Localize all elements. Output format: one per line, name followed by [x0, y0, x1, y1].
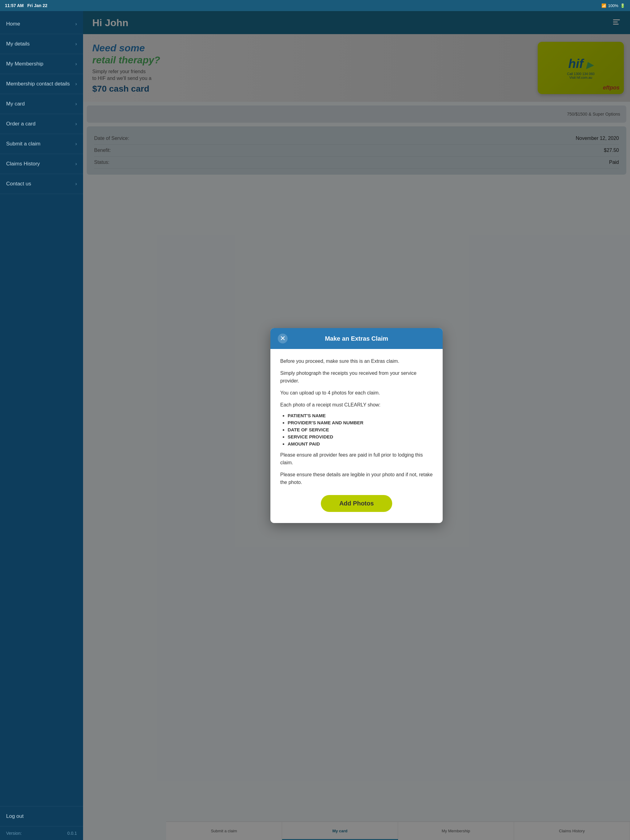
- chevron-right-icon: ›: [75, 61, 77, 67]
- app-container: Home › My details › My Membership › Memb…: [0, 11, 630, 840]
- modal-para-6: Please ensure these details are legible …: [280, 471, 433, 486]
- chevron-right-icon: ›: [75, 41, 77, 47]
- sidebar-item-my-details[interactable]: My details ›: [0, 34, 83, 54]
- sidebar-item-order-a-card[interactable]: Order a card ›: [0, 114, 83, 134]
- status-time: 11:57 AM Fri Jan 22: [5, 3, 47, 8]
- sidebar-item-contact-us[interactable]: Contact us ›: [0, 174, 83, 194]
- status-right: 📶 100% 🔋: [602, 3, 625, 8]
- modal-para-2: Simply photograph the receipts you recei…: [280, 369, 433, 385]
- add-photos-button[interactable]: Add Photos: [321, 495, 392, 512]
- sidebar-item-membership-contact-details[interactable]: Membership contact details ›: [0, 74, 83, 94]
- modal-list-item-1: PATIENT'S NAME: [288, 413, 433, 418]
- sidebar-item-label: Membership contact details: [6, 81, 70, 87]
- chevron-right-icon: ›: [75, 181, 77, 186]
- chevron-right-icon: ›: [75, 101, 77, 107]
- sidebar-item-my-membership[interactable]: My Membership ›: [0, 54, 83, 74]
- sidebar-item-label: My card: [6, 101, 25, 107]
- modal-para-5: Please ensure all provider fees are paid…: [280, 452, 433, 467]
- version-label: Version:: [6, 831, 22, 836]
- sidebar-item-home[interactable]: Home ›: [0, 14, 83, 34]
- chevron-right-icon: ›: [75, 81, 77, 87]
- modal-list-item-3: DATE OF SERVICE: [288, 427, 433, 432]
- sidebar-item-label: Submit a claim: [6, 141, 40, 147]
- status-bar: 11:57 AM Fri Jan 22 📶 100% 🔋: [0, 0, 630, 11]
- main-content: Hi John Need some retail therapy? Simply…: [83, 11, 630, 840]
- modal-title: Make an Extras Claim: [288, 335, 426, 342]
- modal-body: Before you proceed, make sure this is an…: [271, 349, 443, 523]
- sidebar-version: Version: 0.0.1: [0, 826, 83, 840]
- battery-label: 100%: [608, 3, 618, 8]
- sidebar: Home › My details › My Membership › Memb…: [0, 11, 83, 840]
- sidebar-item-label: Contact us: [6, 181, 31, 187]
- sidebar-nav: Home › My details › My Membership › Memb…: [0, 11, 83, 806]
- modal-header: ✕ Make an Extras Claim: [271, 328, 443, 349]
- battery-icon: 🔋: [620, 3, 625, 8]
- chevron-right-icon: ›: [75, 21, 77, 27]
- modal-para-1: Before you proceed, make sure this is an…: [280, 358, 433, 365]
- sidebar-logout-button[interactable]: Log out: [0, 806, 83, 826]
- sidebar-item-my-card[interactable]: My card ›: [0, 94, 83, 114]
- extras-claim-modal: ✕ Make an Extras Claim Before you procee…: [271, 328, 443, 523]
- modal-list-item-4: SERVICE PROVIDED: [288, 434, 433, 439]
- modal-list-item-2: PROVIDER'S NAME AND NUMBER: [288, 420, 433, 425]
- sidebar-item-label: My Membership: [6, 61, 43, 67]
- version-number: 0.0.1: [67, 831, 77, 836]
- sidebar-item-label: Claims History: [6, 161, 40, 167]
- chevron-right-icon: ›: [75, 161, 77, 167]
- chevron-right-icon: ›: [75, 121, 77, 127]
- sidebar-item-label: Home: [6, 21, 20, 27]
- modal-para-4: Each photo of a receipt must CLEARLY sho…: [280, 401, 433, 409]
- sidebar-item-submit-a-claim[interactable]: Submit a claim ›: [0, 134, 83, 154]
- sidebar-item-label: Order a card: [6, 121, 35, 127]
- modal-list-item-5: AMOUNT PAID: [288, 441, 433, 447]
- modal-close-button[interactable]: ✕: [278, 333, 288, 343]
- sidebar-item-label: My details: [6, 41, 30, 47]
- modal-overlay[interactable]: ✕ Make an Extras Claim Before you procee…: [83, 11, 630, 840]
- chevron-right-icon: ›: [75, 141, 77, 147]
- modal-requirements-list: PATIENT'S NAME PROVIDER'S NAME AND NUMBE…: [288, 413, 433, 447]
- modal-para-3: You can upload up to 4 photos for each c…: [280, 389, 433, 397]
- wifi-icon: 📶: [602, 3, 606, 8]
- sidebar-item-claims-history[interactable]: Claims History ›: [0, 154, 83, 174]
